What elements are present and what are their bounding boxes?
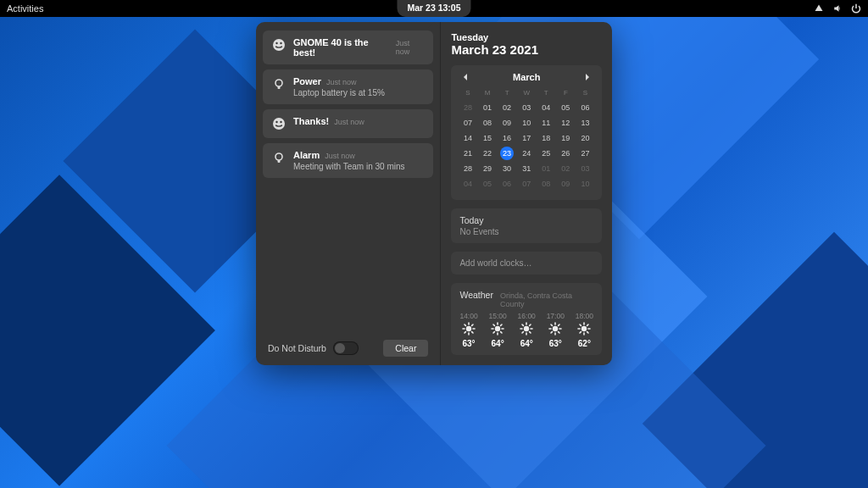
forecast-hour: 17:0063° [547,312,565,348]
forecast-hour-label: 18:00 [576,312,593,320]
svg-point-37 [553,326,558,331]
calendar-day[interactable]: 07 [458,115,477,130]
world-clocks-panel[interactable]: Add world clocks… [451,252,602,274]
svg-line-51 [580,324,581,325]
world-clocks-text: Add world clocks… [459,258,593,268]
calendar-day[interactable]: 02 [556,161,576,176]
calendar-day[interactable]: 08 [477,115,497,130]
calendar-day[interactable]: 10 [576,176,595,191]
calendar-day[interactable]: 25 [537,146,556,161]
calendar-day[interactable]: 05 [556,100,576,115]
calendar-day[interactable]: 12 [556,115,576,130]
svg-line-16 [472,332,473,333]
notification-item[interactable]: AlarmJust nowMeeting with Team in 30 min… [263,143,433,178]
calendar-day[interactable]: 15 [477,130,497,146]
forecast-hour-label: 15:00 [488,312,506,320]
svg-line-24 [493,324,494,325]
svg-line-52 [587,332,588,333]
calendar-day[interactable]: 21 [458,146,477,161]
clear-button[interactable]: Clear [383,340,428,357]
forecast-temp: 64° [492,339,504,348]
calendar-day[interactable]: 08 [537,176,556,191]
lightbulb-icon [271,150,287,165]
svg-rect-4 [278,86,281,89]
calendar-day[interactable]: 11 [537,115,556,130]
weather-title: Weather [459,290,493,300]
calendar-day[interactable]: 29 [477,161,497,176]
calendar-day[interactable]: 19 [556,130,576,146]
calendar-day[interactable]: 31 [517,161,537,176]
calendar-day[interactable]: 16 [498,130,517,146]
sun-icon [577,322,591,337]
calendar-day[interactable]: 20 [576,130,595,146]
events-text: No Events [459,227,593,236]
next-month-button[interactable] [583,73,592,81]
calendar-dow: F [556,87,576,100]
calendar-day[interactable]: 22 [477,146,497,161]
calendar-dow: T [537,87,556,100]
calendar-day[interactable]: 13 [576,115,595,130]
calendar-day[interactable]: 27 [576,146,595,161]
prev-month-button[interactable] [461,73,470,81]
calendar-day[interactable]: 04 [537,100,556,115]
svg-point-10 [466,326,471,331]
svg-point-2 [280,42,281,44]
calendar-day[interactable]: 02 [498,100,517,115]
power-icon [851,3,861,14]
events-label: Today [459,215,593,225]
svg-point-6 [275,121,277,123]
svg-line-18 [472,324,473,325]
calendar-day[interactable]: 06 [576,100,595,115]
calendar-day[interactable]: 03 [576,161,595,176]
full-date-label: March 23 2021 [451,42,602,57]
svg-point-5 [273,118,285,130]
svg-point-7 [280,121,281,123]
system-tray[interactable] [814,3,861,14]
calendar-column: Tuesday March 23 2021 March SMTWTFS 2801… [441,22,612,365]
clock-button[interactable]: Mar 23 13:05 [397,0,470,17]
calendar-day[interactable]: 01 [537,161,556,176]
calendar-box: March SMTWTFS 28010203040506070809101112… [451,65,602,200]
calendar-day[interactable]: 09 [498,115,517,130]
dnd-toggle[interactable] [333,341,359,355]
network-icon [814,3,824,14]
forecast-hour-label: 16:00 [518,312,536,320]
weather-panel[interactable]: Weather Orinda, Contra Costa County 14:0… [451,283,602,355]
calendar-day[interactable]: 28 [458,100,477,115]
calendar-day[interactable]: 05 [477,176,497,191]
calendar-day[interactable]: 14 [458,130,477,146]
calendar-day[interactable]: 01 [477,100,497,115]
calendar-day[interactable]: 24 [517,146,537,161]
dnd-label: Do Not Disturb [268,343,326,353]
notification-item[interactable]: PowerJust nowLaptop battery is at 15% [263,69,433,104]
calendar-day[interactable]: 03 [517,100,537,115]
svg-line-42 [551,324,552,325]
calendar-header: Tuesday March 23 2021 [451,32,602,57]
calendar-day[interactable]: 10 [517,115,537,130]
notifications-column: GNOME 40 is the best!Just nowPowerJust n… [256,22,441,365]
svg-line-53 [580,332,581,333]
sun-icon [462,322,476,337]
notification-item[interactable]: Thanks!Just now [263,109,433,138]
calendar-day[interactable]: 28 [458,161,477,176]
calendar-day[interactable]: 07 [517,176,537,191]
smile-icon [271,116,287,131]
datetime-popover: GNOME 40 is the best!Just nowPowerJust n… [256,22,612,365]
calendar-day[interactable]: 04 [458,176,477,191]
notification-age: Just now [334,118,364,126]
calendar-day[interactable]: 17 [517,130,537,146]
calendar-day[interactable]: 23 [498,146,517,161]
notification-title: GNOME 40 is the best! [293,37,391,58]
notification-item[interactable]: GNOME 40 is the best!Just now [263,30,433,64]
svg-line-25 [501,332,502,333]
calendar-day[interactable]: 06 [498,176,517,191]
calendar-dow: S [576,87,595,100]
calendar-day[interactable]: 30 [498,161,517,176]
events-panel[interactable]: Today No Events [451,208,602,243]
calendar-day[interactable]: 18 [537,130,556,146]
activities-button[interactable]: Activities [7,3,43,14]
svg-line-26 [493,332,494,333]
svg-line-44 [551,332,552,333]
calendar-day[interactable]: 09 [556,176,576,191]
calendar-day[interactable]: 26 [556,146,576,161]
